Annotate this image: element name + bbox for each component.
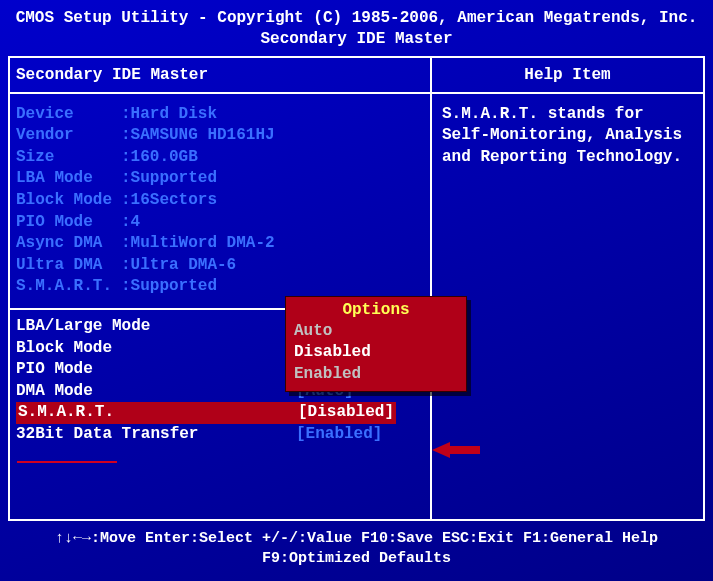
options-popup: Options Auto Disabled Enabled: [285, 296, 467, 393]
setting-label: Block Mode: [16, 338, 296, 360]
help-text: S.M.A.R.T. stands for Self-Monitoring, A…: [432, 94, 703, 179]
setting-label: PIO Mode: [16, 359, 296, 381]
smart-value: :Supported: [121, 276, 217, 298]
lba-label: LBA Mode: [16, 168, 121, 190]
main-box: Secondary IDE Master Device:Hard Disk Ve…: [8, 56, 705, 521]
setting-32bit[interactable]: 32Bit Data Transfer[Enabled]: [16, 424, 424, 446]
left-pane: Secondary IDE Master Device:Hard Disk Ve…: [10, 58, 432, 519]
title-line1: CMOS Setup Utility - Copyright (C) 1985-…: [0, 8, 713, 29]
device-label: Device: [16, 104, 121, 126]
async-label: Async DMA: [16, 233, 121, 255]
device-value: :Hard Disk: [121, 104, 217, 126]
popup-title: Options: [286, 297, 466, 321]
vendor-value: :SAMSUNG HD161HJ: [121, 125, 275, 147]
left-pane-header: Secondary IDE Master: [10, 58, 430, 94]
popup-option-auto[interactable]: Auto: [294, 321, 462, 343]
size-value: :160.0GB: [121, 147, 198, 169]
popup-option-disabled[interactable]: Disabled: [294, 342, 462, 364]
pio-label: PIO Mode: [16, 212, 121, 234]
footer-hints: ↑↓←→:Move Enter:Select +/-/:Value F10:Sa…: [0, 521, 713, 570]
setting-label: 32Bit Data Transfer: [16, 424, 296, 446]
title-line2: Secondary IDE Master: [0, 29, 713, 50]
help-header: Help Item: [432, 58, 703, 94]
title-bar: CMOS Setup Utility - Copyright (C) 1985-…: [0, 4, 713, 52]
vendor-label: Vendor: [16, 125, 121, 147]
setting-smart[interactable]: S.M.A.R.T.[Disabled]: [16, 402, 424, 424]
footer-line1: ↑↓←→:Move Enter:Select +/-/:Value F10:Sa…: [4, 529, 709, 549]
setting-value: [Enabled]: [296, 424, 382, 446]
setting-value: [Disabled]: [296, 402, 396, 424]
svg-marker-0: [432, 442, 480, 458]
block-value: :16Sectors: [121, 190, 217, 212]
footer-line2: F9:Optimized Defaults: [4, 549, 709, 569]
pio-value: :4: [121, 212, 140, 234]
async-value: :MultiWord DMA-2: [121, 233, 275, 255]
smart-label: S.M.A.R.T.: [16, 276, 121, 298]
underline-annotation: [17, 461, 117, 463]
ultra-label: Ultra DMA: [16, 255, 121, 277]
device-info: Device:Hard Disk Vendor:SAMSUNG HD161HJ …: [10, 94, 430, 304]
setting-label: LBA/Large Mode: [16, 316, 296, 338]
popup-option-enabled[interactable]: Enabled: [294, 364, 462, 386]
block-label: Block Mode: [16, 190, 121, 212]
lba-value: :Supported: [121, 168, 217, 190]
setting-label: DMA Mode: [16, 381, 296, 403]
ultra-value: :Ultra DMA-6: [121, 255, 236, 277]
arrow-annotation-icon: [432, 440, 480, 460]
setting-label: S.M.A.R.T.: [16, 402, 296, 424]
size-label: Size: [16, 147, 121, 169]
